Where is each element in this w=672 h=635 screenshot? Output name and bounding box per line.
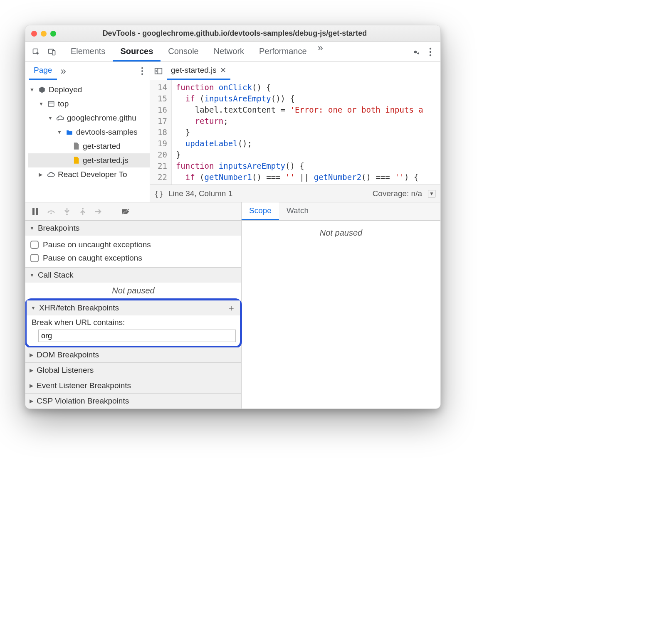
- pretty-print-icon[interactable]: { }: [155, 189, 163, 198]
- svg-point-3: [430, 47, 431, 49]
- svg-point-4: [430, 51, 431, 52]
- callstack-not-paused: Not paused: [25, 283, 241, 299]
- pause-uncaught-checkbox[interactable]: Pause on uncaught exceptions: [30, 238, 236, 251]
- xhr-breakpoints-header[interactable]: ▼XHR/fetch Breakpoints＋: [27, 300, 240, 315]
- navigator-pane: Page » ▼Deployed ▼top ▼googlechrome.gith…: [25, 62, 150, 202]
- pause-caught-checkbox[interactable]: Pause on caught exceptions: [30, 251, 236, 265]
- toggle-navigator-icon[interactable]: [154, 67, 163, 75]
- folder-icon: [65, 128, 74, 136]
- panel-tabs: Elements Sources Console Network Perform…: [63, 42, 405, 62]
- step-icon[interactable]: [94, 207, 103, 216]
- titlebar: DevTools - googlechrome.github.io/devtoo…: [25, 25, 440, 42]
- tree-extension[interactable]: ▶React Developer To: [28, 167, 150, 182]
- navigator-tab-page[interactable]: Page: [29, 62, 57, 80]
- breakpoints-header[interactable]: ▼Breakpoints: [25, 221, 241, 236]
- xhr-highlight: ▼XHR/fetch Breakpoints＋ Break when URL c…: [25, 298, 242, 348]
- window-minimize-button[interactable]: [41, 31, 47, 37]
- callstack-section: ▼Call Stack Not paused: [25, 268, 241, 299]
- cloud-icon: [56, 114, 64, 122]
- svg-rect-2: [52, 50, 55, 55]
- devtools-window: DevTools - googlechrome.github.io/devtoo…: [25, 25, 441, 409]
- svg-point-5: [430, 54, 431, 56]
- tree-origin[interactable]: ▼googlechrome.githu: [28, 111, 150, 125]
- scope-not-paused: Not paused: [242, 221, 440, 245]
- step-out-icon[interactable]: [79, 207, 87, 216]
- svg-rect-9: [48, 101, 54, 106]
- dom-breakpoints-header[interactable]: ▶DOM Breakpoints: [25, 347, 241, 362]
- event-listener-breakpoints-section: ▶Event Listener Breakpoints: [25, 378, 241, 394]
- file-tab-get-started-js[interactable]: get-started.js✕: [167, 62, 230, 80]
- tree-deployed[interactable]: ▼Deployed: [28, 83, 150, 97]
- svg-point-7: [141, 70, 143, 72]
- cube-icon: [38, 86, 46, 94]
- device-toggle-icon[interactable]: [48, 48, 56, 56]
- deactivate-breakpoints-icon[interactable]: [121, 207, 130, 216]
- svg-point-15: [50, 212, 52, 214]
- file-icon: [72, 142, 80, 150]
- editor-pane: get-started.js✕ 141516171819202122 funct…: [150, 62, 440, 202]
- js-file-icon: [72, 156, 80, 165]
- tree-folder[interactable]: ▼devtools-samples: [28, 125, 150, 139]
- svg-point-8: [141, 73, 143, 75]
- window-icon: [47, 100, 55, 108]
- coverage-label: Coverage: n/a: [373, 189, 422, 198]
- editor-statusbar: { } Line 34, Column 1 Coverage: n/a ▼: [150, 185, 440, 202]
- line-gutter: 141516171819202122: [150, 80, 172, 185]
- window-title: DevTools - googlechrome.github.io/devtoo…: [60, 29, 435, 38]
- close-icon[interactable]: ✕: [220, 66, 226, 75]
- window-zoom-button[interactable]: [50, 31, 56, 37]
- tab-console[interactable]: Console: [161, 42, 206, 62]
- tree-file-js[interactable]: get-started.js: [28, 153, 150, 167]
- global-listeners-section: ▶Global Listeners: [25, 363, 241, 378]
- debugger-toolbar: [25, 202, 241, 221]
- pause-icon[interactable]: [31, 207, 40, 216]
- svg-rect-13: [32, 208, 35, 215]
- xhr-input-label: Break when URL contains:: [32, 318, 235, 327]
- csp-breakpoints-section: ▶CSP Violation Breakpoints: [25, 394, 241, 409]
- step-over-icon[interactable]: [47, 207, 55, 216]
- tree-file-html[interactable]: get-started: [28, 139, 150, 153]
- callstack-header[interactable]: ▼Call Stack: [25, 268, 241, 283]
- dom-breakpoints-section: ▶DOM Breakpoints: [25, 347, 241, 363]
- tab-network[interactable]: Network: [206, 42, 252, 62]
- scope-pane: Scope Watch Not paused: [242, 202, 440, 409]
- tab-watch[interactable]: Watch: [279, 202, 316, 220]
- inspect-icon[interactable]: [32, 48, 40, 56]
- svg-rect-14: [36, 208, 38, 215]
- code-lines: function onClick() { if (inputsAreEmpty(…: [172, 80, 423, 185]
- xhr-url-input[interactable]: [38, 330, 236, 342]
- tab-elements[interactable]: Elements: [63, 42, 113, 62]
- tab-scope[interactable]: Scope: [242, 202, 279, 220]
- xhr-breakpoints-section: ▼XHR/fetch Breakpoints＋ Break when URL c…: [27, 300, 240, 346]
- file-tree: ▼Deployed ▼top ▼googlechrome.githu ▼devt…: [25, 80, 150, 184]
- window-close-button[interactable]: [31, 31, 37, 37]
- cloud-icon: [47, 170, 55, 179]
- tab-performance[interactable]: Performance: [252, 42, 314, 62]
- svg-rect-11: [155, 68, 162, 74]
- debugger-pane: ▼Breakpoints Pause on uncaught exception…: [25, 202, 242, 409]
- statusbar-menu-icon[interactable]: ▼: [428, 190, 435, 197]
- tab-sources[interactable]: Sources: [113, 42, 161, 62]
- global-listeners-header[interactable]: ▶Global Listeners: [25, 363, 241, 378]
- step-into-icon[interactable]: [63, 207, 71, 216]
- svg-point-16: [66, 214, 68, 215]
- code-editor[interactable]: 141516171819202122 function onClick() { …: [150, 80, 440, 185]
- navigator-kebab-icon[interactable]: [138, 67, 146, 75]
- settings-gear-icon[interactable]: [411, 48, 420, 56]
- event-listener-header[interactable]: ▶Event Listener Breakpoints: [25, 378, 241, 393]
- add-xhr-breakpoint-icon[interactable]: ＋: [227, 302, 236, 314]
- tree-top[interactable]: ▼top: [28, 97, 150, 111]
- svg-point-6: [141, 67, 143, 69]
- more-tabs-icon[interactable]: »: [314, 42, 326, 62]
- csp-breakpoints-header[interactable]: ▶CSP Violation Breakpoints: [25, 394, 241, 409]
- main-toolbar: Elements Sources Console Network Perform…: [25, 42, 440, 62]
- navigator-more-tabs-icon[interactable]: »: [57, 65, 69, 77]
- breakpoints-section: ▼Breakpoints Pause on uncaught exception…: [25, 221, 241, 268]
- kebab-menu-icon[interactable]: [426, 48, 435, 56]
- svg-point-17: [82, 208, 84, 209]
- cursor-position: Line 34, Column 1: [168, 189, 232, 198]
